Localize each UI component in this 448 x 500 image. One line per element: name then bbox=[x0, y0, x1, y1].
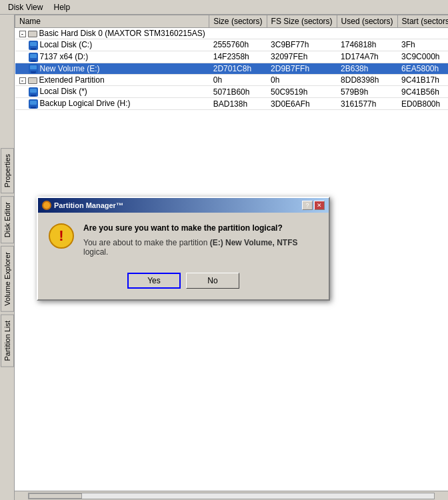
warning-exclamation: ! bbox=[59, 227, 63, 245]
dialog-overlay: Partition Manager™ ? ✕ ! Are you sure yo… bbox=[0, 0, 448, 500]
dialog-content: ! Are you sure you want to make the part… bbox=[38, 213, 329, 267]
partition-manager-dialog: Partition Manager™ ? ✕ ! Are you sure yo… bbox=[37, 197, 330, 301]
dialog-question: Are you sure you want to make the partit… bbox=[83, 223, 318, 233]
dialog-yes-button[interactable]: Yes bbox=[127, 273, 181, 289]
warning-circle: ! bbox=[49, 223, 74, 249]
dialog-close-btn[interactable]: ✕ bbox=[314, 201, 325, 210]
dialog-buttons: Yes No bbox=[38, 267, 329, 299]
dialog-title-left: Partition Manager™ bbox=[42, 201, 123, 210]
dialog-text: Are you sure you want to make the partit… bbox=[83, 223, 318, 257]
dialog-body: You are about to make the partition (E:)… bbox=[83, 238, 318, 257]
partition-manager-icon bbox=[42, 201, 51, 210]
dialog-controls: ? ✕ bbox=[302, 201, 325, 210]
dialog-help-btn[interactable]: ? bbox=[302, 201, 313, 210]
dialog-titlebar: Partition Manager™ ? ✕ bbox=[38, 198, 329, 213]
warning-icon: ! bbox=[49, 223, 75, 250]
dialog-title-text: Partition Manager™ bbox=[54, 201, 123, 209]
dialog-no-button[interactable]: No bbox=[186, 273, 239, 289]
